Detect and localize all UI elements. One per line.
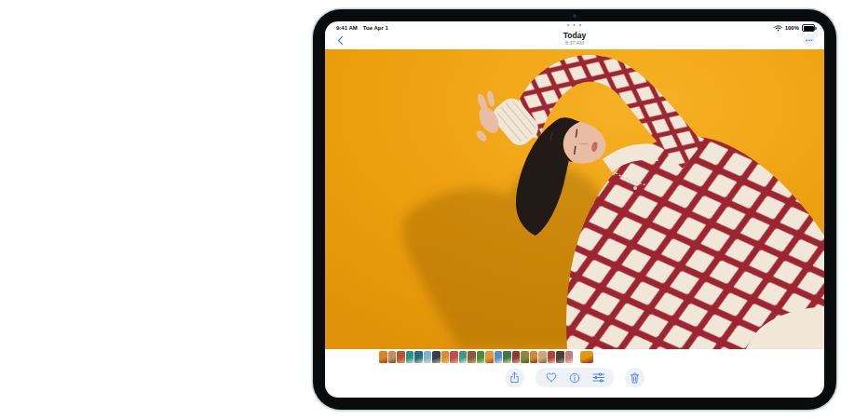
filmstrip-thumbnail[interactable]	[512, 351, 521, 363]
filmstrip-thumbnail[interactable]	[432, 351, 441, 363]
battery-percent: 100%	[785, 25, 799, 31]
trash-icon	[630, 372, 640, 384]
heart-icon	[546, 372, 557, 383]
filmstrip-thumbnail[interactable]	[397, 351, 405, 363]
bottom-toolbar	[325, 368, 824, 387]
filmstrip-thumbnail[interactable]	[414, 351, 423, 363]
necklace-pendant	[633, 186, 637, 190]
filmstrip-thumbnail[interactable]	[379, 351, 387, 363]
wifi-icon	[774, 25, 782, 32]
filmstrip-thumbnail[interactable]	[565, 351, 574, 363]
page: 9:41 AM Tue Apr 1 100% • • •	[0, 0, 868, 419]
filmstrip-thumbnail[interactable]	[556, 351, 564, 363]
filmstrip-thumbnail-selected[interactable]	[580, 351, 593, 363]
filmstrip-thumbnail[interactable]	[548, 351, 556, 363]
favorite-button[interactable]	[545, 372, 558, 385]
battery-icon	[802, 24, 815, 32]
nav-bar: Today 8:37 AM •••	[325, 32, 824, 49]
filmstrip-thumbnail[interactable]	[477, 351, 485, 363]
filmstrip-thumbnail[interactable]	[406, 351, 414, 363]
filmstrip-thumbnail[interactable]	[441, 351, 450, 363]
delete-button[interactable]	[625, 368, 644, 387]
filmstrip-thumbnail[interactable]	[503, 351, 511, 363]
filmstrip-thumbnail[interactable]	[521, 351, 529, 363]
page-title: Today	[325, 32, 824, 40]
filmstrip-thumbnail[interactable]	[424, 351, 432, 363]
filmstrip-thumbnail[interactable]	[495, 351, 503, 363]
share-icon	[509, 372, 520, 384]
filmstrip-thumbs	[379, 351, 593, 363]
photo-view[interactable]	[325, 49, 824, 349]
multitask-indicator[interactable]: • • •	[567, 23, 582, 27]
info-button[interactable]	[568, 372, 581, 385]
share-button[interactable]	[505, 368, 524, 387]
toolbar-pill	[536, 368, 614, 387]
page-subtitle: 8:37 AM	[325, 40, 824, 46]
status-date: Tue Apr 1	[363, 25, 388, 31]
front-camera	[573, 14, 576, 18]
filmstrip-thumbnail[interactable]	[468, 351, 476, 363]
more-button[interactable]: •••	[803, 34, 816, 47]
adjust-button[interactable]	[591, 372, 604, 385]
filmstrip-thumbnail[interactable]	[459, 351, 468, 363]
status-time: 9:41 AM	[336, 25, 358, 31]
ipad-device-frame: 9:41 AM Tue Apr 1 100% • • •	[313, 9, 836, 410]
nav-title-group: Today 8:37 AM	[325, 32, 824, 46]
filmstrip-thumbnail[interactable]	[485, 351, 494, 363]
ipad-screen: 9:41 AM Tue Apr 1 100% • • •	[325, 21, 824, 398]
info-icon	[569, 372, 580, 384]
filmstrip-thumbnail[interactable]	[530, 351, 538, 363]
filmstrip-thumbnail[interactable]	[538, 351, 547, 363]
filmstrip-thumbnail[interactable]	[388, 351, 397, 363]
filmstrip-thumbnail[interactable]	[450, 351, 458, 363]
sliders-icon	[592, 372, 604, 383]
